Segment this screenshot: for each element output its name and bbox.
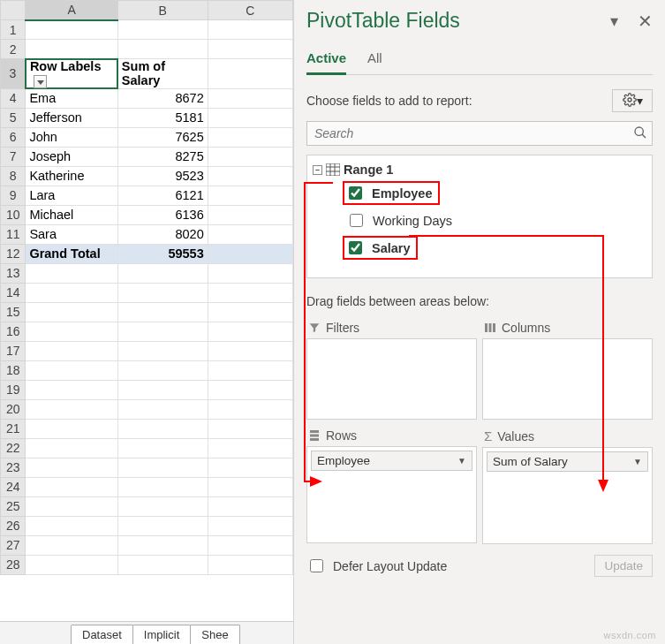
close-icon[interactable]: ✕ (638, 12, 653, 30)
row-header[interactable]: 24 (1, 477, 26, 496)
row-header[interactable]: 26 (1, 516, 26, 535)
row-header[interactable]: 25 (1, 496, 26, 516)
row-header[interactable]: 15 (1, 302, 26, 322)
values-dropzone[interactable]: Sum of Salary▼ (482, 447, 653, 544)
column-header-b[interactable]: B (117, 1, 208, 20)
row-header[interactable]: 4 (1, 88, 26, 108)
rows-item-employee[interactable]: Employee▼ (311, 451, 472, 471)
filters-dropzone[interactable] (306, 338, 477, 420)
columns-dropzone[interactable] (482, 338, 653, 420)
filter-dropdown-icon[interactable] (34, 75, 47, 88)
cell[interactable] (26, 516, 117, 535)
field-working-days-checkbox[interactable] (350, 214, 363, 227)
column-header-a[interactable]: A (26, 1, 117, 20)
cell-label[interactable]: Michael (26, 205, 117, 224)
cell[interactable] (117, 360, 208, 380)
cell[interactable] (208, 88, 292, 108)
row-header[interactable]: 1 (1, 20, 26, 40)
cell[interactable] (26, 40, 117, 59)
row-header[interactable]: 21 (1, 419, 26, 438)
cell[interactable] (26, 458, 117, 477)
cell[interactable] (26, 341, 117, 360)
row-header[interactable]: 18 (1, 360, 26, 380)
row-header[interactable]: 13 (1, 263, 26, 283)
row-header[interactable]: 17 (1, 341, 26, 360)
cell[interactable] (208, 263, 292, 283)
cell-total-value[interactable]: 59553 (117, 244, 208, 263)
cell-label[interactable]: Jefferson (26, 108, 117, 127)
row-header[interactable]: 8 (1, 166, 26, 186)
cell-label[interactable]: Sara (26, 224, 117, 244)
cell[interactable] (26, 555, 117, 574)
cell[interactable] (117, 283, 208, 302)
row-header[interactable]: 10 (1, 205, 26, 224)
row-header[interactable]: 20 (1, 399, 26, 419)
cell-label[interactable]: Joseph (26, 147, 117, 166)
row-header[interactable]: 22 (1, 438, 26, 458)
cell[interactable] (117, 535, 208, 555)
cell[interactable] (208, 283, 292, 302)
cell[interactable] (208, 341, 292, 360)
row-header[interactable]: 28 (1, 555, 26, 574)
values-item-sum-salary[interactable]: Sum of Salary▼ (487, 451, 648, 472)
row-header[interactable]: 2 (1, 40, 26, 59)
column-header-c[interactable]: C (208, 1, 292, 20)
cell[interactable] (117, 419, 208, 438)
cell[interactable] (117, 40, 208, 59)
cell[interactable] (26, 263, 117, 283)
row-header[interactable]: 9 (1, 186, 26, 205)
cell[interactable] (26, 496, 117, 516)
cell[interactable] (117, 302, 208, 322)
cell[interactable] (208, 224, 292, 244)
sheet-tab-shee[interactable]: Shee (190, 625, 239, 644)
row-header[interactable]: 12 (1, 244, 26, 263)
cell-label[interactable]: John (26, 127, 117, 147)
cell[interactable] (208, 419, 292, 438)
cell[interactable] (117, 20, 208, 40)
cell-label[interactable]: Lara (26, 186, 117, 205)
cell-row-labels-hdr[interactable]: Row Labels (26, 59, 117, 89)
cell[interactable] (117, 341, 208, 360)
grid[interactable]: A B C 1 2 3 Row Labels Sum of Salary 4Em… (0, 0, 293, 575)
defer-layout[interactable]: Defer Layout Update (306, 557, 447, 575)
cell[interactable] (26, 283, 117, 302)
cell-total-label[interactable]: Grand Total (26, 244, 117, 263)
row-header[interactable]: 5 (1, 108, 26, 127)
cell[interactable] (208, 59, 292, 89)
row-header[interactable]: 3 (1, 59, 26, 89)
tab-active[interactable]: Active (306, 45, 346, 75)
sheet-tab-implicit[interactable]: Implicit (132, 625, 191, 644)
cell-value[interactable]: 8020 (117, 224, 208, 244)
defer-checkbox[interactable] (310, 559, 323, 572)
range-row[interactable]: – Range 1 (311, 161, 648, 178)
cell[interactable] (208, 147, 292, 166)
cell[interactable] (208, 399, 292, 419)
cell[interactable] (208, 20, 292, 40)
cell[interactable] (208, 555, 292, 574)
row-header[interactable]: 7 (1, 147, 26, 166)
field-employee-checkbox[interactable] (349, 186, 362, 200)
cell-value[interactable]: 9523 (117, 166, 208, 186)
pane-options-dropdown-icon[interactable]: ▾ (610, 13, 618, 29)
cell[interactable] (26, 438, 117, 458)
cell[interactable] (208, 496, 292, 516)
cell-label[interactable]: Katherine (26, 166, 117, 186)
cell[interactable] (208, 322, 292, 341)
cell-sum-hdr[interactable]: Sum of Salary (117, 59, 208, 89)
cell[interactable] (26, 20, 117, 40)
cell[interactable] (208, 186, 292, 205)
cell[interactable] (117, 438, 208, 458)
cell[interactable] (117, 496, 208, 516)
cell[interactable] (117, 380, 208, 399)
field-working-days[interactable]: Working Days (311, 208, 648, 233)
cell-value[interactable]: 6121 (117, 186, 208, 205)
cell-value[interactable]: 7625 (117, 127, 208, 147)
cell[interactable] (26, 302, 117, 322)
cell[interactable] (208, 244, 292, 263)
row-header[interactable]: 6 (1, 127, 26, 147)
select-all-corner[interactable] (1, 1, 26, 20)
cell[interactable] (117, 263, 208, 283)
cell[interactable] (208, 535, 292, 555)
row-header[interactable]: 19 (1, 380, 26, 399)
cell[interactable] (208, 438, 292, 458)
